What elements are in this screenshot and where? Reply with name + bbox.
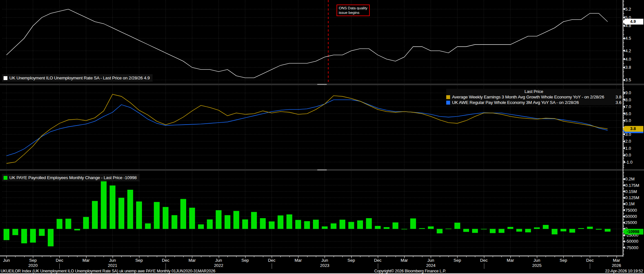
tick-arrow-icon — [623, 25, 625, 27]
tick-arrow-icon — [623, 246, 625, 249]
axis-minor-tick — [623, 219, 624, 220]
x-axis-tick — [396, 256, 396, 257]
tick-arrow-icon — [623, 106, 625, 108]
tick-arrow-icon — [623, 203, 625, 205]
x-axis-month-label: Sep — [554, 258, 573, 263]
y-axis-tick-label: 0.125M — [625, 195, 639, 200]
axis-minor-tick — [623, 147, 624, 147]
axis-minor-tick — [623, 1, 624, 1]
y-axis-tick: 75000 — [623, 208, 637, 213]
axis-minor-tick — [623, 103, 624, 104]
axis-minor-tick — [623, 157, 624, 157]
x-axis-tick — [387, 256, 387, 257]
footer-copyright: Copyright© 2026 Bloomberg Finance L.P. — [374, 269, 446, 273]
axis-minor-tick — [623, 119, 624, 119]
axis-minor-tick — [623, 158, 624, 159]
year-divider — [59, 263, 60, 269]
axis-minor-tick — [623, 138, 624, 138]
axis-minor-tick — [623, 55, 624, 55]
axis-minor-tick — [623, 173, 624, 173]
tick-arrow-icon — [623, 92, 625, 94]
axis-minor-tick — [623, 150, 624, 150]
panel-separator[interactable] — [0, 84, 644, 85]
x-axis-tick — [175, 256, 175, 257]
axis-minor-tick — [623, 102, 624, 102]
y-axis-tick-label: 50000 — [625, 214, 637, 219]
awe-total-legend-row[interactable]: Average Weekly Earnings 3 Month Avg Grow… — [446, 94, 621, 100]
awe-regular-label: UK AWE Regular Pay Whole Economy 3M Avg … — [452, 100, 607, 105]
y-axis-tick-label: 0.15M — [625, 189, 637, 194]
y-axis-tick-label: 2.0 — [625, 139, 631, 144]
earnings-legend[interactable]: Last Price Average Weekly Earnings 3 Mon… — [446, 89, 621, 105]
axis-minor-tick — [623, 207, 624, 208]
x-axis-tick — [121, 256, 122, 257]
awe-regular-last-value: 3.6 — [609, 100, 621, 105]
x-axis-tick — [501, 256, 502, 257]
tick-arrow-icon — [623, 37, 625, 40]
footer-security-info: UKUEILOR Index (UK Unemployment ILO Unem… — [1, 269, 215, 273]
tick-arrow-icon — [623, 58, 625, 60]
x-axis-tick — [254, 256, 254, 257]
axis-minor-tick — [623, 160, 624, 161]
axis-minor-tick — [623, 153, 624, 154]
axis-minor-tick — [623, 126, 624, 126]
x-axis-tick — [210, 256, 210, 257]
ons-annotation-box[interactable]: ONS Data quality issue begins — [337, 5, 370, 16]
axis-minor-tick — [623, 124, 624, 124]
y-axis-tick-label: 9.0 — [625, 90, 631, 95]
separator-drag-handle[interactable] — [317, 84, 327, 85]
x-axis-tick — [448, 256, 449, 257]
axis-minor-tick — [623, 116, 624, 116]
y-axis-tick-label: -1.0 — [625, 160, 632, 165]
paye-legend[interactable]: UK PAYE Payrolled Employees Monthly Chan… — [2, 174, 140, 181]
axis-minor-tick — [623, 133, 624, 133]
x-axis-month-label: Dec — [368, 258, 387, 263]
x-axis-line — [0, 256, 623, 256]
last-price-title: Last Price — [446, 89, 621, 94]
separator-drag-handle[interactable] — [317, 169, 327, 170]
axis-minor-tick — [623, 176, 624, 176]
x-axis-tick — [360, 256, 360, 257]
footer-timestamp: 22-Apr-2026 10:19:52 — [605, 269, 643, 273]
x-axis-month-label: Jun — [421, 258, 440, 263]
x-axis-month-label: Mar — [288, 258, 308, 263]
y-axis-tick: 0.1M — [623, 201, 635, 207]
x-axis-month-label: Dec — [50, 258, 69, 263]
panel-separator[interactable] — [0, 169, 644, 171]
y-axis-tick-label: 0.1M — [625, 201, 635, 206]
tick-arrow-icon — [623, 112, 625, 115]
unemployment-panel[interactable] — [0, 0, 644, 83]
x-axis-year-label: 2020 — [23, 263, 43, 268]
awe-total-label: Average Weekly Earnings 3 Month Avg Grow… — [452, 95, 607, 99]
tick-arrow-icon — [623, 140, 625, 143]
x-axis-tick — [546, 256, 546, 257]
x-axis-year-label: 2023 — [315, 263, 334, 268]
tick-arrow-icon — [623, 215, 625, 218]
green-square-swatch-icon — [4, 176, 7, 180]
awe-regular-line — [6, 100, 608, 156]
last-price-tag: 3.8 — [623, 126, 643, 132]
unemployment-legend[interactable]: UK Unemployment ILO Unemployment Rate SA… — [2, 74, 153, 82]
x-axis-year-label: 2025 — [527, 263, 547, 268]
y-axis-tick: 5.2 — [623, 6, 631, 12]
paye-panel[interactable] — [0, 171, 644, 257]
axis-minor-tick — [623, 108, 624, 109]
tick-arrow-icon — [623, 8, 625, 10]
unemployment-legend-label: UK Unemployment ILO Unemployment Rate SA… — [9, 76, 150, 80]
tick-arrow-icon — [623, 184, 625, 187]
x-axis-month-label: Mar — [182, 258, 202, 263]
y-axis-tick: 50000 — [623, 214, 637, 219]
awe-regular-legend-row[interactable]: UK AWE Regular Pay Whole Economy 3M Avg … — [446, 100, 621, 105]
y-axis-tick: 4.0 — [623, 56, 631, 62]
blue-square-swatch-icon — [446, 101, 450, 105]
y-axis-tick-label: 4.0 — [625, 57, 631, 62]
x-axis-tick — [24, 256, 25, 257]
x-axis-tick — [263, 256, 263, 257]
axis-minor-tick — [623, 195, 624, 195]
axis-minor-tick — [623, 30, 624, 30]
x-axis-tick — [95, 256, 95, 257]
x-axis-month-label: Jun — [0, 258, 16, 263]
x-axis-tick — [42, 256, 42, 257]
axis-minor-tick — [623, 117, 624, 117]
x-axis-month-label: Mar — [76, 258, 96, 263]
